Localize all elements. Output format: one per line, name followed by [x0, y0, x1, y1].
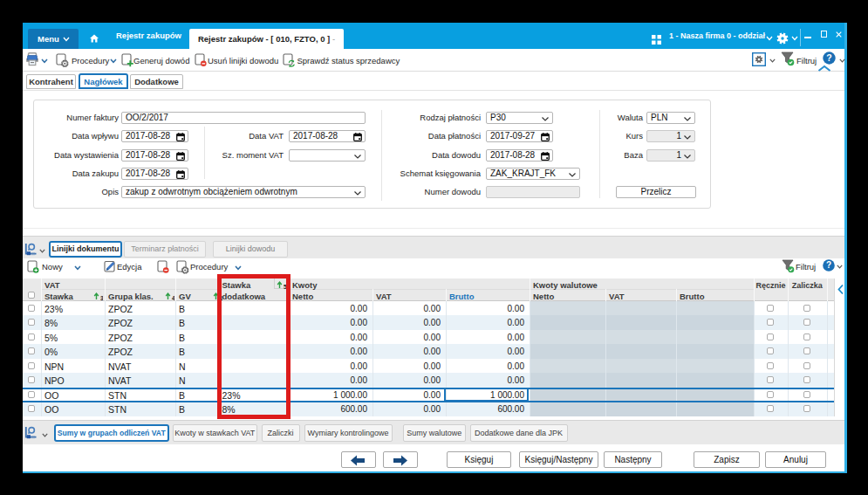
svg-text:3: 3: [100, 295, 103, 301]
svg-text:4: 4: [172, 295, 174, 301]
svg-text:?: ?: [826, 260, 831, 270]
svg-text:?: ?: [826, 52, 831, 63]
